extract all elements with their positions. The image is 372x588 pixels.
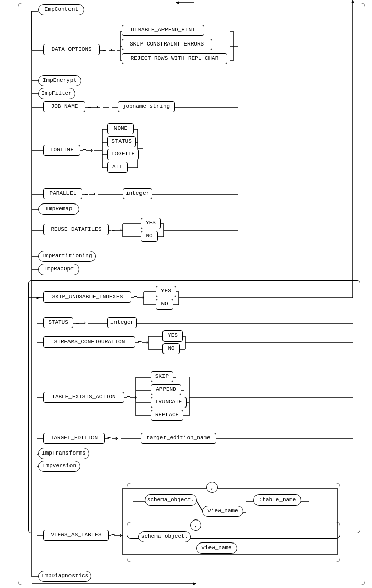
replace-tea-label: REPLACE — [155, 411, 179, 419]
imp-encrypt-label: ImpEncrypt — [43, 77, 77, 84]
imp-transforms-label: ImpTransforms — [42, 449, 86, 457]
imp-partitioning-label: ImpPartitioning — [41, 252, 92, 260]
logtime-label: LOGTIME — [50, 146, 74, 154]
jobname-string-node: jobname_string — [118, 101, 175, 112]
eq-jobname: = › — [88, 104, 99, 111]
truncate-tea-node: TRUNCATE — [151, 397, 187, 408]
schema-object1-label: schema_object. — [147, 496, 194, 504]
schema-object1-node: schema_object. — [145, 494, 197, 506]
view-name2-label: view_name — [201, 544, 231, 552]
target-edition-node: TARGET_EDITION — [43, 433, 105, 444]
data-options-label: DATA_OPTIONS — [51, 46, 91, 53]
skip-constraint-errors-node: SKIP_CONSTRAINT_ERRORS — [122, 39, 212, 50]
parallel-label: PARALLEL — [50, 190, 77, 197]
status-log-node: STATUS — [107, 136, 136, 147]
no-skip-label: NO — [161, 300, 168, 308]
imp-filter-node: ImpFilter — [38, 88, 75, 99]
no-streams-label: NO — [168, 345, 174, 352]
no-reuse-label: NO — [146, 232, 152, 240]
table-exists-action-label: TABLE_EXISTS_ACTION — [52, 393, 115, 401]
yes-reuse-node: YES — [141, 218, 161, 229]
yes-skip-node: YES — [156, 286, 176, 297]
comma1-label: , — [211, 484, 214, 490]
no-reuse-node: NO — [141, 231, 158, 242]
jobname-string-label: jobname_string — [123, 103, 170, 110]
status-main-label: STATUS — [48, 319, 68, 326]
imp-remap-node: ImpRemap — [38, 203, 79, 215]
status-main-node: STATUS — [43, 317, 73, 328]
parallel-node: PARALLEL — [43, 188, 82, 199]
comma2-circle: , — [190, 519, 201, 531]
comma1-circle: , — [206, 482, 218, 493]
yes-reuse-label: YES — [146, 219, 156, 227]
view-name1-node: view_name — [202, 506, 243, 517]
skip-tea-label: SKIP — [155, 373, 169, 380]
imp-transforms-node: ImpTransforms — [38, 448, 89, 459]
skip-tea-node: SKIP — [151, 371, 173, 382]
table-exists-action-node: TABLE_EXISTS_ACTION — [43, 392, 124, 403]
no-skip-node: NO — [156, 299, 173, 310]
replace-tea-node: REPLACE — [151, 410, 183, 421]
logtime-node: LOGTIME — [43, 145, 80, 156]
imp-encrypt-node: ImpEncrypt — [38, 75, 81, 86]
reject-rows-label: REJECT_ROWS_WITH_REPL_CHAR — [131, 55, 219, 62]
skip-unusable-indexes-node: SKIP_UNUSABLE_INDEXES — [43, 291, 131, 303]
logfile-label: LOGFILE — [111, 150, 135, 158]
integer-status-label: integer — [110, 319, 134, 326]
eq-reuse: = › — [111, 227, 123, 234]
schema-object2-label: schema_object. — [141, 533, 188, 540]
yes-streams-label: YES — [168, 332, 178, 340]
eq1: = › — [102, 47, 113, 54]
imp-rac-opt-label: ImpRacOpt — [43, 265, 74, 273]
logfile-node: LOGFILE — [107, 149, 139, 160]
integer-status-node: integer — [107, 317, 137, 328]
imp-remap-label: ImpRemap — [45, 205, 73, 213]
eq-tea: = › — [127, 394, 138, 401]
imp-filter-label: ImpFilter — [41, 89, 72, 97]
eq-parallel: = › — [85, 191, 96, 198]
eq-streams: = › — [138, 339, 149, 346]
table-name-node: :table_name — [253, 494, 301, 506]
data-options-node: DATA_OPTIONS — [43, 44, 100, 55]
table-name-label: :table_name — [259, 496, 296, 504]
job-name-label: JOB_NAME — [51, 103, 78, 110]
skip-unusable-indexes-label: SKIP_UNUSABLE_INDEXES — [52, 293, 123, 301]
reject-rows-node: REJECT_ROWS_WITH_REPL_CHAR — [122, 53, 227, 64]
target-edition-name-node: target_edition_name — [141, 433, 216, 444]
streams-configuration-node: STREAMS_CONFIGURATION — [43, 336, 135, 348]
no-streams-node: NO — [162, 343, 180, 354]
imp-content-label: ImpContent — [44, 6, 78, 13]
imp-partitioning-node: ImpPartitioning — [38, 251, 96, 262]
views-as-tables-label: VIEWS_AS_TABLES — [51, 531, 101, 539]
view-name1-label: view_name — [207, 507, 238, 515]
yes-streams-node: YES — [162, 330, 183, 342]
status-log-label: STATUS — [111, 138, 132, 145]
truncate-tea-label: TRUNCATE — [155, 398, 182, 406]
eq-status: = › — [76, 320, 87, 327]
diagram-container: ImpContent DATA_OPTIONS = › DISABLE_APPE… — [0, 0, 372, 588]
imp-diagnostics-label: ImpDiagnostics — [41, 572, 88, 580]
imp-diagnostics-node: ImpDiagnostics — [38, 571, 91, 582]
append-tea-node: APPEND — [151, 384, 181, 395]
views-as-tables-node: VIEWS_AS_TABLES — [43, 530, 109, 541]
schema-object2-node: schema_object. — [138, 531, 191, 542]
eq-skip: = › — [134, 294, 145, 301]
all-label: ALL — [112, 163, 123, 171]
comma2-label: , — [194, 522, 198, 528]
imp-version-label: ImpVersion — [42, 462, 76, 470]
integer-parallel-node: integer — [123, 188, 152, 199]
eq-logtime: = › — [83, 147, 94, 154]
job-name-node: JOB_NAME — [43, 101, 85, 112]
integer-parallel-label: integer — [126, 190, 149, 197]
streams-configuration-label: STREAMS_CONFIGURATION — [54, 338, 125, 346]
target-edition-name-label: target_edition_name — [146, 434, 210, 442]
skip-constraint-errors-label: SKIP_CONSTRAINT_ERRORS — [130, 40, 204, 48]
eq-target: = › — [107, 435, 119, 442]
imp-version-node: ImpVersion — [38, 461, 80, 472]
imp-rac-opt-node: ImpRacOpt — [38, 264, 79, 275]
none-node: NONE — [107, 123, 134, 134]
none-label: NONE — [114, 125, 127, 132]
disable-append-hint-node: DISABLE_APPEND_HINT — [122, 25, 204, 36]
target-edition-label: TARGET_EDITION — [51, 434, 98, 442]
yes-skip-label: YES — [161, 287, 171, 295]
